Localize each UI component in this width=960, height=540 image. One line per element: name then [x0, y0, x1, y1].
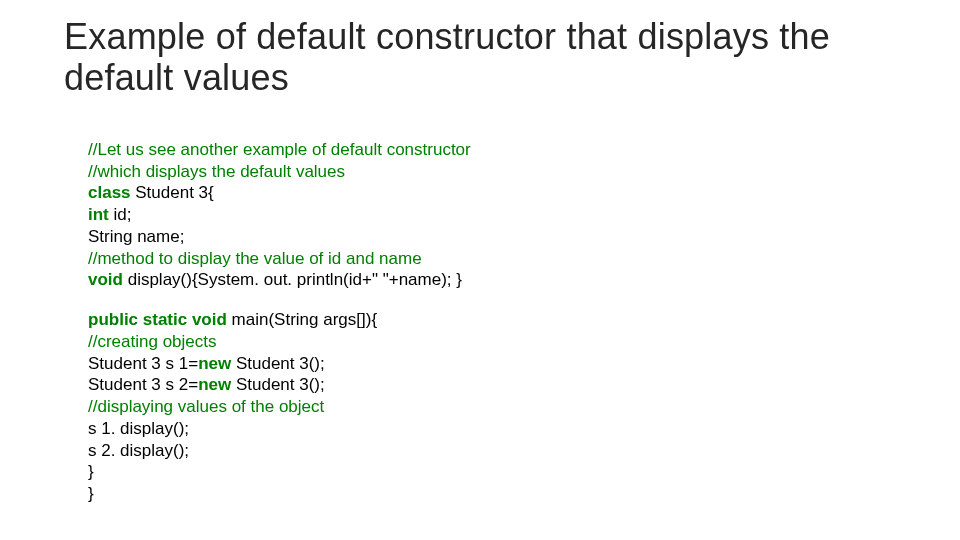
comment-line: //method to display the value of id and …	[88, 249, 422, 268]
code-text: display(){System. out. println(id+" "+na…	[123, 270, 462, 289]
code-text: Student 3 s 1=	[88, 354, 198, 373]
keyword-new: new	[198, 354, 231, 373]
code-text: Student 3();	[231, 375, 325, 394]
keyword-void: void	[88, 270, 123, 289]
keyword-class: class	[88, 183, 131, 202]
code-text: s 1. display();	[88, 419, 189, 438]
code-text: s 2. display();	[88, 441, 189, 460]
comment-line: //displaying values of the object	[88, 397, 324, 416]
code-block: //Let us see another example of default …	[88, 139, 896, 505]
code-text: id;	[109, 205, 132, 224]
code-text: }	[88, 462, 94, 481]
comment-line: //Let us see another example of default …	[88, 140, 471, 159]
slide: Example of default constructor that disp…	[0, 0, 960, 505]
code-text: Student 3 s 2=	[88, 375, 198, 394]
keyword-public-static-void: public static void	[88, 310, 227, 329]
code-text: }	[88, 484, 94, 503]
keyword-new: new	[198, 375, 231, 394]
keyword-int: int	[88, 205, 109, 224]
code-text: main(String args[]){	[227, 310, 377, 329]
code-text: Student 3{	[131, 183, 214, 202]
code-text: String name;	[88, 227, 184, 246]
code-text: Student 3();	[231, 354, 325, 373]
slide-title: Example of default constructor that disp…	[64, 16, 896, 99]
comment-line: //which displays the default values	[88, 162, 345, 181]
comment-line: //creating objects	[88, 332, 217, 351]
